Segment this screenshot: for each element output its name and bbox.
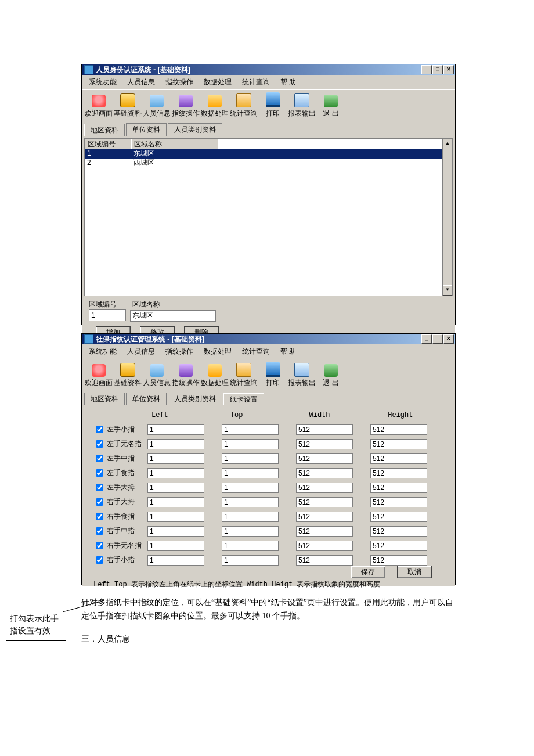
- menu-item[interactable]: 系统功能: [84, 345, 122, 358]
- tool-report[interactable]: 报表输出: [287, 92, 316, 120]
- tool-print[interactable]: 打印: [258, 361, 287, 389]
- finger-height-input[interactable]: [370, 497, 427, 507]
- finger-top-input[interactable]: [222, 453, 279, 464]
- menu-item[interactable]: 帮 助: [276, 345, 302, 358]
- finger-height-input[interactable]: [370, 453, 427, 464]
- menu-item[interactable]: 人员信息: [122, 345, 161, 358]
- finger-height-input[interactable]: [370, 424, 427, 435]
- maximize-button[interactable]: □: [432, 65, 443, 74]
- finger-width-input[interactable]: [296, 483, 353, 493]
- finger-height-input[interactable]: [370, 439, 427, 449]
- finger-left-input[interactable]: [147, 555, 204, 566]
- input-region-id[interactable]: [89, 309, 126, 321]
- scroll-up-icon[interactable]: ▲: [443, 139, 452, 149]
- finger-top-input[interactable]: [222, 526, 279, 537]
- tool-report[interactable]: 报表输出: [287, 362, 316, 389]
- save-button[interactable]: 保存: [351, 566, 385, 578]
- menu-item[interactable]: 统计查询: [237, 345, 276, 358]
- tab-category[interactable]: 人员类别资料: [168, 393, 222, 405]
- finger-enable-checkbox[interactable]: [96, 484, 103, 491]
- finger-enable-checkbox[interactable]: [96, 469, 103, 477]
- finger-height-input[interactable]: [370, 555, 427, 566]
- tab-unit[interactable]: 单位资料: [126, 393, 167, 405]
- close-button[interactable]: ✕: [443, 334, 454, 344]
- finger-top-input[interactable]: [222, 497, 279, 507]
- finger-width-input[interactable]: [296, 555, 353, 566]
- tab-card-settings[interactable]: 纸卡设置: [223, 393, 264, 406]
- menu-item[interactable]: 人员信息: [122, 76, 161, 88]
- close-button[interactable]: ✕: [443, 65, 454, 74]
- finger-left-input[interactable]: [147, 468, 204, 478]
- maximize-button[interactable]: □: [432, 334, 443, 344]
- finger-width-input[interactable]: [296, 468, 353, 478]
- tool-person[interactable]: 人员信息: [142, 93, 171, 120]
- menu-item[interactable]: 帮 助: [276, 76, 302, 88]
- tab-category[interactable]: 人员类别资料: [168, 123, 222, 136]
- finger-left-input[interactable]: [147, 453, 204, 464]
- tool-welcome[interactable]: 欢迎画面: [84, 363, 113, 389]
- tool-data[interactable]: 数据处理: [200, 363, 229, 389]
- finger-left-input[interactable]: [147, 541, 204, 551]
- scroll-down-icon[interactable]: ▼: [443, 285, 452, 296]
- menu-item[interactable]: 系统功能: [84, 76, 122, 88]
- finger-width-input[interactable]: [296, 526, 353, 537]
- col-region-id[interactable]: 区域编号: [85, 139, 131, 149]
- grid-row[interactable]: 1 东城区: [85, 149, 452, 159]
- cancel-button[interactable]: 取消: [397, 566, 432, 578]
- finger-enable-checkbox[interactable]: [96, 527, 103, 535]
- finger-top-input[interactable]: [222, 468, 279, 478]
- finger-width-input[interactable]: [296, 439, 353, 449]
- finger-height-input[interactable]: [370, 468, 427, 478]
- finger-top-input[interactable]: [222, 512, 279, 522]
- tool-print[interactable]: 打印: [258, 91, 287, 120]
- tab-region[interactable]: 地区资料: [84, 124, 125, 136]
- tool-query[interactable]: 统计查询: [229, 362, 258, 389]
- region-grid[interactable]: 区域编号 区域名称 1 东城区 2 西城区 ▲ ▼: [84, 138, 453, 296]
- finger-height-input[interactable]: [370, 541, 427, 551]
- menu-item[interactable]: 指纹操作: [161, 345, 199, 358]
- tool-person[interactable]: 人员信息: [142, 363, 171, 389]
- finger-left-input[interactable]: [147, 439, 204, 449]
- minimize-button[interactable]: _: [421, 65, 432, 74]
- tool-fingerprint[interactable]: 指纹操作: [171, 93, 200, 120]
- vertical-scrollbar[interactable]: ▲ ▼: [442, 139, 452, 296]
- minimize-button[interactable]: _: [421, 334, 432, 344]
- finger-enable-checkbox[interactable]: [96, 556, 103, 564]
- finger-enable-checkbox[interactable]: [96, 455, 103, 462]
- finger-top-input[interactable]: [222, 555, 279, 566]
- finger-left-input[interactable]: [147, 512, 204, 522]
- finger-width-input[interactable]: [296, 453, 353, 464]
- menu-item[interactable]: 指纹操作: [161, 76, 199, 88]
- tool-data[interactable]: 数据处理: [200, 93, 229, 120]
- finger-top-input[interactable]: [222, 541, 279, 551]
- col-region-name[interactable]: 区域名称: [131, 139, 218, 149]
- finger-width-input[interactable]: [296, 497, 353, 507]
- finger-left-input[interactable]: [147, 497, 204, 507]
- finger-enable-checkbox[interactable]: [96, 513, 103, 520]
- tool-fingerprint[interactable]: 指纹操作: [171, 363, 200, 389]
- finger-top-input[interactable]: [222, 483, 279, 493]
- menu-item[interactable]: 统计查询: [237, 76, 276, 88]
- finger-left-input[interactable]: [147, 526, 204, 537]
- tool-query[interactable]: 统计查询: [229, 92, 258, 120]
- finger-width-input[interactable]: [296, 541, 353, 551]
- tool-welcome[interactable]: 欢迎画面: [84, 93, 113, 120]
- menu-item[interactable]: 数据处理: [199, 345, 237, 358]
- menu-item[interactable]: 数据处理: [199, 76, 237, 88]
- tab-region[interactable]: 地区资料: [84, 393, 125, 405]
- tool-basic[interactable]: 基础资料: [113, 362, 142, 389]
- grid-row[interactable]: 2 西城区: [85, 159, 452, 168]
- finger-width-input[interactable]: [296, 512, 353, 522]
- tool-exit[interactable]: 退 出: [316, 363, 345, 389]
- finger-height-input[interactable]: [370, 526, 427, 537]
- finger-enable-checkbox[interactable]: [96, 426, 103, 433]
- finger-height-input[interactable]: [370, 483, 427, 493]
- finger-enable-checkbox[interactable]: [96, 542, 103, 549]
- tab-unit[interactable]: 单位资料: [126, 123, 167, 136]
- input-region-name[interactable]: [130, 310, 216, 322]
- finger-enable-checkbox[interactable]: [96, 440, 103, 448]
- finger-left-input[interactable]: [147, 483, 204, 493]
- tool-basic[interactable]: 基础资料: [113, 92, 142, 120]
- finger-height-input[interactable]: [370, 512, 427, 522]
- finger-width-input[interactable]: [296, 424, 353, 435]
